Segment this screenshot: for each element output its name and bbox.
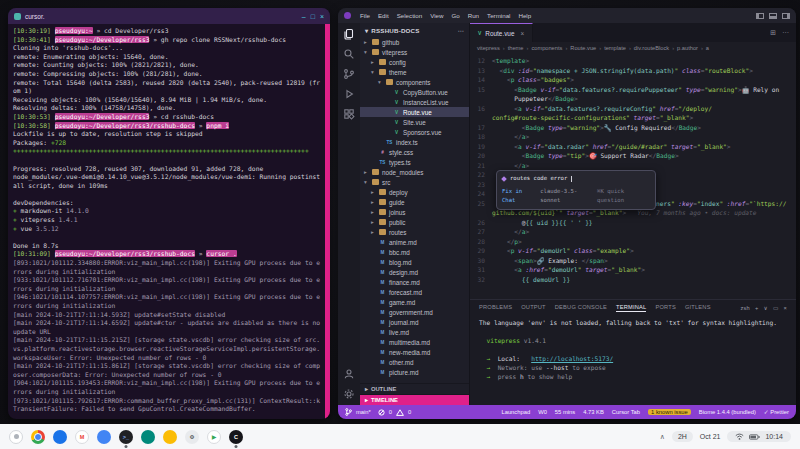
tree-item[interactable]: Mgame.md [360,297,469,307]
fix-in-chat-button[interactable]: Fix in Chat [502,187,536,206]
terminal-dropdown-icon[interactable]: ∨ [764,305,768,311]
breadcrumb-item[interactable]: components [531,45,562,51]
docs-app[interactable] [97,430,111,444]
explorer-section-header[interactable]: ▾ RSSHUB-DOCS ⋯ [360,23,469,37]
breadcrumb-item[interactable]: div.routeBlock [634,45,669,51]
tree-item[interactable]: ▸node_modules [360,167,469,177]
tree-item[interactable]: ▸guide [360,197,469,207]
panel-tab-debug-console[interactable]: DEBUG CONSOLE [555,304,607,312]
breadcrumb-item[interactable]: template [604,45,626,51]
tree-item[interactable]: Mgovernment.md [360,307,469,317]
photos-app[interactable] [163,430,177,444]
gmail-app[interactable]: M [75,430,89,444]
search-icon[interactable] [343,48,355,60]
branch-indicator[interactable]: main* [345,408,371,416]
panel-tab-terminal[interactable]: TERMINAL [616,304,646,312]
status-area[interactable]: 10:14 [727,431,791,442]
tree-item[interactable]: #style.css [360,147,469,157]
tree-item[interactable]: ▸github [360,37,469,47]
tree-item[interactable]: ▾vitepress [360,47,469,57]
run-debug-icon[interactable] [343,88,355,100]
menu-go[interactable]: Go [447,12,463,19]
terminal-titlebar[interactable]: cursor. – □ × [8,8,330,24]
code-editor[interactable]: 12<template>13 <div :id="namespace + JSO… [470,54,796,299]
new-terminal-icon[interactable]: + [755,305,759,311]
tree-item[interactable]: VSite.vue [360,117,469,127]
tree-item[interactable]: Mnew-media.md [360,347,469,357]
tree-item[interactable]: ▸joinus [360,207,469,217]
panel-tab-ports[interactable]: PORTS [655,304,676,312]
tree-item[interactable]: Mpicture.md [360,367,469,377]
outline-section[interactable]: ▸ OUTLINE [360,383,469,394]
editor-more-actions-icon[interactable]: ⋯ [782,29,789,37]
tree-item[interactable]: VRoute.vue [360,107,469,117]
toggle-secondary-sidebar-icon[interactable] [782,13,790,19]
panel-tab-problems[interactable]: PROBLEMS [479,304,512,312]
tree-item[interactable]: Mblog.md [360,257,469,267]
tree-item[interactable]: ▾components [360,77,469,87]
menu-edit[interactable]: Edit [374,12,393,19]
statusbar-item[interactable]: 4.73 KB [583,409,604,415]
close-button[interactable]: × [320,13,324,20]
panel-tab-output[interactable]: OUTPUT [521,304,546,312]
tree-item[interactable]: Mother.md [360,357,469,367]
explorer-actions-icon[interactable]: ⋯ [458,27,464,34]
tree-item[interactable]: ▸config [360,57,469,67]
tree-item[interactable]: ▸public [360,217,469,227]
inline-chat-input[interactable]: routes code error [510,174,567,184]
shell-label[interactable]: zsh [741,305,750,311]
tree-item[interactable]: ▸routes [360,227,469,237]
minimize-button[interactable]: – [302,13,306,20]
menu-selection[interactable]: Selection [393,12,426,19]
tree-item[interactable]: TSindex.ts [360,137,469,147]
terminal-scrollbar[interactable] [325,24,330,419]
settings-app[interactable]: ⚙ [185,430,199,444]
tree-item[interactable]: VInstanceList.vue [360,97,469,107]
breadcrumb-item[interactable]: Route.vue [570,45,596,51]
system-tray[interactable]: ∧ 2H Oct 21 10:14 [660,431,791,442]
statusbar-item[interactable]: Launchpad [501,409,530,415]
launcher-button[interactable] [9,430,23,444]
statusbar-item[interactable]: 55 mins [555,409,575,415]
tree-item[interactable]: Mlive.md [360,327,469,337]
tree-item[interactable]: Mjournal.md [360,317,469,327]
source-control-icon[interactable] [343,68,355,80]
close-panel-icon[interactable]: × [783,305,787,311]
explorer-icon[interactable] [343,28,355,40]
panel-tab-gitlens[interactable]: GITLENS [685,304,711,312]
breadcrumb-item[interactable]: vitepress [477,45,500,51]
statusbar-item[interactable]: Cursor Tab [612,409,640,415]
menu-run[interactable]: Run [464,12,483,19]
tree-item[interactable]: Manime.md [360,237,469,247]
camera-app[interactable] [141,430,155,444]
menu-view[interactable]: View [426,12,447,19]
menu-help[interactable]: Help [514,12,535,19]
terminal-output[interactable]: [10:30:19] pseudoyu:~ » cd Developer/rss… [8,24,325,419]
statusbar-item[interactable]: 1 known issue [648,409,691,415]
model-selector[interactable]: claude-3.5-sonnet [540,187,593,206]
tree-item[interactable]: VCopyButton.vue [360,87,469,97]
cursor-app[interactable]: C [229,430,243,444]
kill-terminal-icon[interactable]: ▭ [773,305,779,311]
chrome-app[interactable] [31,430,45,444]
split-editor-icon[interactable]: ⊞ [770,29,776,37]
toggle-panel-icon[interactable] [769,13,777,19]
account-icon[interactable] [343,368,355,380]
statusbar-item[interactable]: ✓ Prettier [764,409,789,415]
breadcrumb-item[interactable]: p.author [677,45,698,51]
files-app[interactable] [53,430,67,444]
toggle-sidebar-icon[interactable] [756,13,764,19]
tree-item[interactable]: VSponsors.vue [360,127,469,137]
chevron-up-icon[interactable]: ∧ [660,433,665,441]
timeline-section[interactable]: ▸ TIMELINE [360,394,469,405]
tree-item[interactable]: Mforecast.md [360,287,469,297]
statusbar-item[interactable]: W0 [538,409,547,415]
terminal-app[interactable]: >_ [119,430,133,444]
tab-route-vue[interactable]: V Route.vue × [470,23,533,42]
menu-terminal[interactable]: Terminal [483,12,514,19]
tree-item[interactable]: Mfinance.md [360,277,469,287]
problems-indicator[interactable]: 0 0 [378,409,411,416]
settings-gear-icon[interactable] [343,388,355,400]
tree-item[interactable]: Mbbc.md [360,247,469,257]
breadcrumb-item[interactable]: theme [508,45,524,51]
